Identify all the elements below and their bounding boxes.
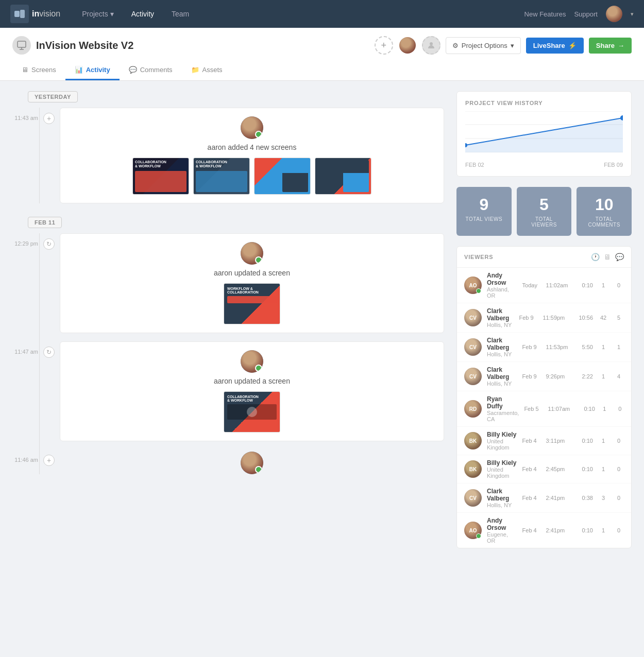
- timeline-time: 11:43 am: [12, 108, 43, 203]
- viewer-date: Feb 5: [524, 406, 543, 412]
- add-collaborator-button[interactable]: +: [375, 36, 393, 55]
- main-content: YESTERDAY 11:43 am + aaron added 4 new s…: [0, 81, 644, 559]
- project-header: InVision Website V2 + ⚙ Project Options …: [0, 28, 644, 81]
- svg-rect-0: [14, 11, 20, 17]
- refresh-dot-2[interactable]: ↻: [43, 347, 55, 358]
- viewer-views: 1: [599, 406, 609, 412]
- share-button[interactable]: Share →: [589, 38, 632, 54]
- monitor-icon: 🖥: [22, 66, 28, 74]
- nav-team[interactable]: Team: [165, 7, 195, 21]
- viewer-duration: 2:22: [582, 373, 593, 379]
- viewer-location: United Kingdom: [487, 466, 517, 479]
- stat-total-views: 9 TOTAL VIEWS: [456, 187, 512, 236]
- viewer-avatar: AO: [464, 522, 482, 539]
- viewer-comments: 5: [614, 315, 624, 321]
- nav-projects[interactable]: Projects ▾: [76, 7, 120, 21]
- tab-comments[interactable]: 💬 Comments: [120, 61, 182, 80]
- viewer-info: Andy Orsow Eugene, OR: [487, 517, 517, 544]
- screen-icon: 🖥: [604, 253, 611, 261]
- viewer-time-in: 3:11pm: [546, 438, 577, 444]
- screen-thumb[interactable]: [254, 158, 311, 195]
- activity-card-update-2: aaron updated a screen COLLABORATION& WO…: [60, 341, 444, 441]
- project-title-row: InVision Website V2 + ⚙ Project Options …: [12, 28, 632, 59]
- timeline-node-3: ↻: [43, 341, 55, 441]
- clock-icon: 🕐: [591, 253, 600, 261]
- refresh-dot[interactable]: ↻: [43, 238, 55, 250]
- viewer-info: Clark Valberg Hollis, NY: [487, 488, 517, 508]
- viewer-duration: 0:10: [582, 282, 593, 288]
- viewer-avatar: CV: [464, 489, 482, 507]
- card-action-text-2: aaron updated a screen: [69, 269, 435, 277]
- viewer-time-in: 2:45pm: [546, 466, 577, 472]
- viewers-section: VIEWERS 🕐 🖥 💬 AO Andy Orsow Ashland, OR …: [456, 246, 632, 548]
- tab-assets[interactable]: 📁 Assets: [182, 61, 232, 80]
- date-label-yesterday: YESTERDAY: [28, 91, 78, 102]
- collaborator-avatar-1: [398, 36, 417, 55]
- screen-thumb-wrapper: WORKFLOW &COLLABORATION: [69, 283, 435, 324]
- chart-title: PROJECT VIEW HISTORY: [465, 100, 623, 106]
- chart-icon: 📊: [75, 66, 83, 74]
- viewer-views: 1: [598, 373, 608, 379]
- viewer-comments: 0: [614, 466, 624, 472]
- viewer-duration: 0:10: [582, 438, 593, 444]
- stats-row: 9 TOTAL VIEWS 5 TOTAL VIEWERS 10 TOTAL C…: [456, 187, 632, 236]
- timeline-item: 11:43 am + aaron added 4 new screens: [12, 108, 444, 203]
- tab-screens[interactable]: 🖥 Screens: [12, 61, 65, 80]
- viewer-name: Andy Orsow: [487, 272, 517, 286]
- viewer-time-in: 11:07am: [548, 406, 579, 412]
- viewer-row: CV Clark Valberg Hollis, NY Feb 9 11:59p…: [457, 303, 631, 333]
- viewer-date: Today: [522, 282, 541, 288]
- project-options-button[interactable]: ⚙ Project Options ▾: [446, 37, 521, 54]
- logo-icon: [10, 5, 29, 23]
- lightning-icon: ⚡: [568, 42, 577, 49]
- screen-thumb-single-2[interactable]: COLLABORATION& WORKFLOW: [224, 391, 280, 433]
- viewer-info: Clark Valberg Hollis, NY: [487, 366, 517, 387]
- viewer-comments: 1: [614, 344, 624, 350]
- viewer-row: AO Andy Orsow Eugene, OR Feb 4 2:41pm 0:…: [457, 513, 631, 548]
- user-avatar-nav[interactable]: [606, 6, 622, 22]
- support-link[interactable]: Support: [574, 10, 598, 18]
- screen-thumb[interactable]: COLLABORATION& WORKFLOW: [132, 158, 189, 195]
- svg-rect-1: [20, 10, 25, 18]
- card-avatar-3: [241, 350, 263, 373]
- liveshare-button[interactable]: LiveShare ⚡: [526, 38, 584, 54]
- viewer-row: CV Clark Valberg Hollis, NY Feb 9 9:26pm…: [457, 362, 631, 391]
- viewer-info: Clark Valberg Hollis, NY: [487, 337, 517, 357]
- viewer-views: 1: [598, 466, 608, 472]
- project-icon: [12, 36, 31, 55]
- viewer-duration: 0:38: [582, 495, 593, 501]
- nav-items: Projects ▾ Activity Team: [76, 7, 524, 21]
- viewer-name: Clark Valberg: [487, 337, 517, 351]
- viewer-name: Clark Valberg: [487, 488, 517, 502]
- screen-thumbnails: COLLABORATION& WORKFLOW COLLABORATION& W…: [69, 158, 435, 195]
- user-menu-arrow[interactable]: ▾: [631, 11, 634, 18]
- timeline-time-2: 12:29 pm: [12, 233, 43, 333]
- tab-activity[interactable]: 📊 Activity: [65, 61, 120, 80]
- folder-icon: 📁: [191, 66, 199, 74]
- screen-thumb[interactable]: [315, 158, 371, 195]
- viewer-time-in: 11:53pm: [546, 344, 577, 350]
- new-features-link[interactable]: New Features: [524, 10, 566, 18]
- card-avatar-row-2: [69, 242, 435, 265]
- add-dot-2[interactable]: +: [43, 455, 55, 466]
- viewer-date: Feb 9: [522, 373, 541, 379]
- viewer-row: RD Ryan Duffy Sacramento, CA Feb 5 11:07…: [457, 391, 631, 427]
- screen-thumb-single[interactable]: WORKFLOW &COLLABORATION: [224, 283, 280, 324]
- timeline-feb11: 12:29 pm ↻ aaron updated a screen W: [12, 233, 444, 474]
- viewer-row: AO Andy Orsow Ashland, OR Today 11:02am …: [457, 268, 631, 303]
- viewer-date: Feb 4: [522, 495, 541, 501]
- viewer-comments: 4: [614, 373, 624, 379]
- viewer-name: Ryan Duffy: [487, 395, 519, 410]
- nav-activity[interactable]: Activity: [125, 7, 160, 21]
- logo[interactable]: invision: [10, 5, 60, 23]
- card-avatar-row-3: [69, 350, 435, 373]
- viewer-comments: 0: [614, 282, 624, 288]
- chart-area: [465, 111, 623, 158]
- card-avatar: [241, 116, 263, 139]
- viewer-duration: 0:10: [582, 466, 593, 472]
- viewer-info: Billy Kiely United Kingdom: [487, 459, 517, 479]
- viewer-name: Clark Valberg: [487, 307, 514, 322]
- add-dot[interactable]: +: [43, 113, 55, 124]
- viewer-comments: 0: [614, 527, 624, 533]
- screen-thumb[interactable]: COLLABORATION& WORKFLOW: [193, 158, 250, 195]
